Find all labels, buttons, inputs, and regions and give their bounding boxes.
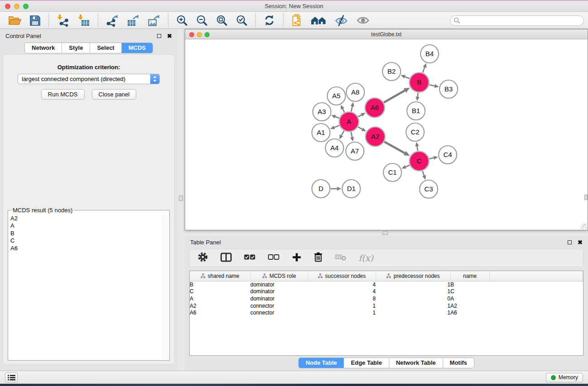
graph-edge-A-A4[interactable] <box>339 131 344 139</box>
export-table-icon[interactable] <box>123 13 143 28</box>
graph-edge-B-B3[interactable] <box>429 84 439 88</box>
mcds-result-item[interactable]: A6 <box>10 245 168 252</box>
table-tab-network-table[interactable]: Network Table <box>389 358 443 368</box>
search-input[interactable] <box>460 16 583 25</box>
graph-edge-B-B4[interactable] <box>423 63 426 73</box>
graph-edge-A-A1[interactable] <box>330 125 339 129</box>
deselect-all-columns-icon[interactable] <box>268 254 280 262</box>
graph-node-A8[interactable]: A8 <box>346 83 364 101</box>
search-box[interactable] <box>450 15 584 26</box>
graph-edge-A-A8[interactable] <box>350 102 354 112</box>
network-close-button[interactable] <box>189 32 194 37</box>
graph-edge-A6-B[interactable] <box>384 88 410 103</box>
select-all-columns-icon[interactable] <box>244 254 256 262</box>
open-session-icon[interactable] <box>4 13 25 28</box>
graph-node-D[interactable]: D <box>312 180 330 198</box>
close-window-button[interactable] <box>5 4 10 9</box>
column-header-MCDS-role[interactable]: MCDS role <box>250 271 308 281</box>
graph-edge-D-D1[interactable] <box>331 187 342 191</box>
right-edge-grip[interactable] <box>584 195 588 200</box>
graph-node-A4[interactable]: A4 <box>325 139 344 157</box>
graph-node-C3[interactable]: C3 <box>420 180 438 198</box>
save-session-icon[interactable] <box>25 13 45 28</box>
column-header-successor-nodes[interactable]: successor nodes <box>308 271 376 281</box>
export-image-icon[interactable] <box>143 13 164 28</box>
memory-button[interactable]: Memory <box>546 373 583 382</box>
graph-node-B4[interactable]: B4 <box>421 45 439 63</box>
table-row[interactable]: Bdominator41B <box>190 281 583 288</box>
network-minimize-button[interactable] <box>197 32 202 37</box>
result-scrollbar[interactable] <box>163 214 168 359</box>
graph-node-A7[interactable]: A7 <box>346 142 364 160</box>
zoom-out-icon[interactable] <box>192 13 212 28</box>
close-panel-icon[interactable]: ✖ <box>167 34 172 38</box>
table-tab-node-table[interactable]: Node Table <box>299 358 344 368</box>
graph-edge-C-C4[interactable] <box>429 156 438 160</box>
table-settings-gear-icon[interactable] <box>197 252 208 264</box>
add-column-plus-icon[interactable] <box>292 253 301 264</box>
graph-edge-B-B2[interactable] <box>401 75 409 79</box>
table-tab-motifs[interactable]: Motifs <box>443 358 474 368</box>
criterion-select[interactable]: largest connected component (directed) <box>18 74 160 84</box>
graph-edge-C-C3[interactable] <box>422 171 426 180</box>
float-table-panel-icon[interactable] <box>568 240 572 244</box>
minimize-window-button[interactable] <box>14 4 19 9</box>
control-tab-mcds[interactable]: MCDS <box>122 43 153 53</box>
zoom-in-icon[interactable] <box>172 13 192 28</box>
mcds-result-item[interactable]: C <box>10 237 168 244</box>
graph-node-C[interactable]: C <box>410 152 429 171</box>
graph-node-C2[interactable]: C2 <box>406 123 424 141</box>
network-zoom-button[interactable] <box>205 32 210 37</box>
graph-node-A3[interactable]: A3 <box>313 103 331 121</box>
graph-node-B3[interactable]: B3 <box>440 80 458 98</box>
mcds-result-item[interactable]: B <box>10 230 168 237</box>
split-columns-icon[interactable] <box>220 253 232 264</box>
table-row[interactable]: A2connector11A2 <box>190 302 583 310</box>
horizontal-splitter-grip[interactable] <box>382 231 388 235</box>
task-history-button[interactable] <box>5 372 18 382</box>
graph-edge-A-A3[interactable] <box>331 115 339 119</box>
zoom-window-button[interactable] <box>23 4 29 9</box>
graph-edge-B-B1[interactable] <box>416 93 419 101</box>
first-neighbors-houses-icon[interactable] <box>307 13 330 28</box>
import-table-icon[interactable] <box>73 13 94 28</box>
mcds-result-item[interactable]: A2 <box>10 215 168 222</box>
close-table-panel-icon[interactable]: ✖ <box>578 240 583 244</box>
graph-node-A2[interactable]: A2 <box>366 127 385 147</box>
graph-node-D1[interactable]: D1 <box>342 180 360 198</box>
zoom-selected-icon[interactable] <box>232 13 252 28</box>
hide-selected-eye-slash-icon[interactable] <box>330 13 352 28</box>
splitter-grip[interactable] <box>179 195 183 201</box>
zoom-fit-icon[interactable] <box>212 13 232 28</box>
table-row[interactable]: A6connector11A6 <box>190 309 583 316</box>
float-panel-icon[interactable] <box>157 34 161 38</box>
graph-edge-A2-C[interactable] <box>384 142 410 156</box>
table-tab-edge-table[interactable]: Edge Table <box>344 358 389 368</box>
network-window-titlebar[interactable]: testGlobe.txt <box>185 29 588 39</box>
table-row[interactable]: Adominator80A <box>190 295 583 302</box>
new-network-from-selection-icon[interactable] <box>287 13 307 28</box>
graph-node-C1[interactable]: C1 <box>383 163 402 181</box>
close-panel-button[interactable]: Close panel <box>92 89 137 100</box>
graph-node-B1[interactable]: B1 <box>407 102 425 120</box>
column-header-shared-name[interactable]: shared name <box>190 271 250 281</box>
window-resize-grip[interactable] <box>581 224 587 229</box>
network-canvas[interactable]: B4B2BB3A5A8A6A3B1AA1C2A2A4A7C4CC1C3DD1 <box>185 39 588 230</box>
apply-layout-icon[interactable] <box>259 13 279 28</box>
graph-node-C4[interactable]: C4 <box>439 146 457 164</box>
import-network-icon[interactable] <box>53 13 73 28</box>
column-header-predecessor-nodes[interactable]: predecessor nodes <box>376 271 450 281</box>
graph-edge-C-C2[interactable] <box>415 142 419 151</box>
graph-node-A5[interactable]: A5 <box>327 87 345 105</box>
graph-node-A[interactable]: A <box>339 112 359 132</box>
graph-node-A6[interactable]: A6 <box>365 98 385 118</box>
graph-edge-A-A7[interactable] <box>350 132 354 142</box>
graph-node-B2[interactable]: B2 <box>382 62 401 81</box>
run-mcds-button[interactable]: Run MCDS <box>41 89 85 100</box>
graph-edge-A-A2[interactable] <box>358 127 366 131</box>
export-network-icon[interactable] <box>102 13 123 28</box>
mcds-result-item[interactable]: A <box>10 222 168 229</box>
graph-node-B[interactable]: B <box>410 73 429 92</box>
graph-edge-A-A5[interactable] <box>341 105 344 113</box>
graph-edge-C-C1[interactable] <box>402 165 410 169</box>
